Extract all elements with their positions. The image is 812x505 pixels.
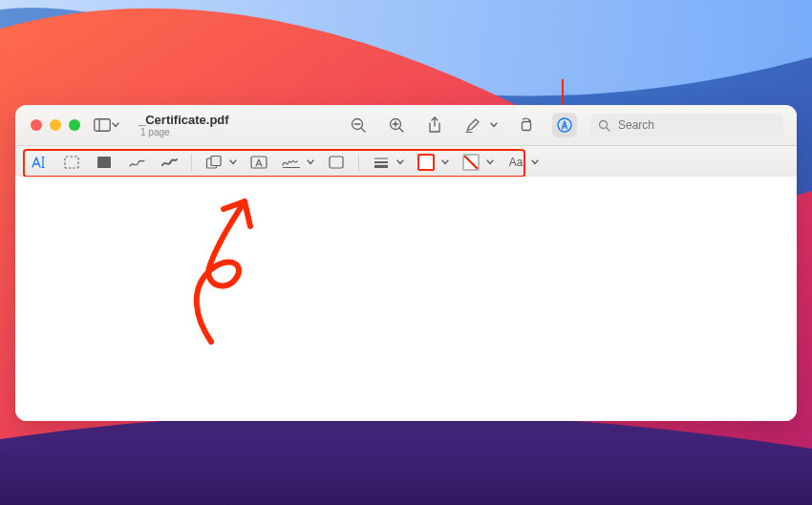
- share-button[interactable]: [422, 113, 447, 137]
- redact-tool[interactable]: [92, 152, 117, 173]
- window-traffic-lights: [31, 119, 80, 131]
- draw-icon: [160, 156, 178, 169]
- document-title: _Certificate.pdf: [139, 113, 229, 127]
- highlight-button-group: [460, 113, 501, 137]
- window-titlebar: _Certificate.pdf 1 page: [15, 105, 797, 146]
- text-selection-tool[interactable]: [27, 152, 52, 173]
- markup-button[interactable]: [552, 113, 577, 137]
- search-field[interactable]: [590, 114, 783, 137]
- zoom-out-icon: [350, 116, 367, 134]
- page-count-label: 1 page: [140, 127, 170, 137]
- shapes-icon: [205, 155, 223, 170]
- svg-rect-20: [211, 156, 221, 165]
- stroke-color-button[interactable]: [414, 152, 438, 173]
- draw-tool[interactable]: [157, 152, 182, 173]
- chevron-down-icon: [112, 122, 119, 128]
- chevron-down-icon: [441, 159, 449, 165]
- window-zoom-button[interactable]: [69, 119, 80, 131]
- svg-point-14: [600, 120, 608, 128]
- fill-color-swatch: [462, 154, 480, 171]
- line-weight-icon: [374, 157, 389, 168]
- textbox-icon: [250, 156, 267, 169]
- highlight-menu-button[interactable]: [487, 113, 501, 137]
- sidebar-icon: [94, 118, 111, 132]
- rotate-icon: [518, 116, 535, 134]
- text-style-menu[interactable]: [529, 152, 541, 173]
- fill-color-menu[interactable]: [484, 152, 496, 173]
- note-icon: [329, 156, 344, 169]
- rectangular-selection-tool[interactable]: [59, 152, 84, 173]
- sketch-tool[interactable]: [124, 152, 149, 173]
- search-input[interactable]: [616, 117, 776, 133]
- svg-rect-18: [97, 157, 111, 168]
- share-icon: [427, 116, 442, 134]
- separator: [191, 154, 192, 171]
- svg-point-13: [558, 118, 571, 132]
- redact-icon: [96, 156, 112, 169]
- text-style-button[interactable]: Aa: [503, 152, 528, 173]
- window-minimize-button[interactable]: [50, 119, 61, 131]
- note-tool[interactable]: [324, 152, 349, 173]
- preview-window: _Certificate.pdf 1 page: [15, 105, 797, 421]
- chevron-down-icon: [490, 122, 498, 128]
- window-close-button[interactable]: [31, 119, 42, 131]
- stroke-color-menu[interactable]: [439, 152, 451, 173]
- svg-rect-21: [251, 157, 267, 168]
- separator: [358, 154, 359, 171]
- shape-style-button[interactable]: [369, 152, 394, 173]
- fill-color-button[interactable]: [459, 152, 483, 173]
- chevron-down-icon: [229, 159, 237, 165]
- text-box-tool[interactable]: [246, 152, 271, 173]
- title-group: _Certificate.pdf 1 page: [139, 113, 244, 137]
- search-icon: [598, 119, 610, 132]
- drawn-arrow-annotation: [168, 184, 273, 347]
- zoom-in-icon: [388, 116, 405, 134]
- signature-icon: [281, 156, 302, 169]
- document-canvas[interactable]: [15, 177, 797, 421]
- markup-toolbar: Aa: [15, 146, 797, 179]
- highlighter-icon: [464, 116, 481, 134]
- text-style-label: Aa: [509, 156, 524, 169]
- text-select-icon: [30, 155, 49, 170]
- selection-rect-icon: [64, 156, 79, 169]
- rotate-button[interactable]: [514, 113, 539, 137]
- markup-icon: [556, 116, 573, 134]
- zoom-in-button[interactable]: [384, 113, 409, 137]
- svg-rect-17: [65, 157, 78, 168]
- chevron-down-icon: [307, 159, 314, 165]
- sketch-icon: [128, 156, 145, 169]
- svg-rect-23: [330, 157, 343, 168]
- chevron-down-icon: [486, 159, 494, 165]
- highlight-button[interactable]: [460, 113, 485, 137]
- svg-rect-2: [95, 119, 111, 132]
- svg-line-15: [607, 127, 609, 130]
- view-mode-button[interactable]: [94, 113, 119, 137]
- shapes-tool[interactable]: [202, 152, 226, 173]
- chevron-down-icon: [396, 159, 404, 165]
- sign-menu[interactable]: [305, 152, 316, 173]
- sign-tool[interactable]: [279, 152, 304, 173]
- zoom-out-button[interactable]: [346, 113, 371, 137]
- shape-style-menu[interactable]: [395, 152, 406, 173]
- shapes-menu[interactable]: [227, 152, 239, 173]
- svg-line-5: [361, 128, 365, 132]
- stroke-color-swatch: [417, 154, 435, 171]
- chevron-down-icon: [531, 159, 539, 165]
- svg-line-8: [399, 128, 403, 132]
- svg-rect-12: [523, 122, 531, 131]
